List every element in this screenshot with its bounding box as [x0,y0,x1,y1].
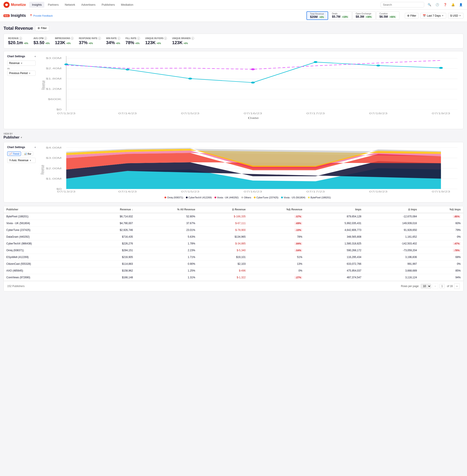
feedback-link[interactable]: Provide Feedback [33,14,53,17]
main-content: Total Revenue ⚙ Filter REVENUE i $20.1m+… [0,22,467,295]
col-pct-delta-imps[interactable]: %Δ Imps [420,206,463,213]
info-icon-fill-rate[interactable]: i [137,37,140,40]
cell-delta-revenue: $2,103 [198,261,248,267]
col-pct-delta-revenue[interactable]: %Δ Revenue [248,206,305,213]
legend-item-cybertechx: CyberTechX (412269) [186,196,212,199]
help-icon[interactable]: ❓ [442,2,448,7]
table-footer: 152 Publishers Rows per page: 10 25 50 ‹… [4,281,463,291]
col-revenue[interactable]: Revenue ↓ [86,206,136,213]
legend-square-bytepixel [308,197,310,198]
cell-revenue: $216,905 [86,254,136,261]
summary-card-total-revenue[interactable]: Total Revenue $20M+6% [306,11,328,20]
app-logo[interactable]: Monetize [3,2,26,8]
bell-icon[interactable]: 🔔 [450,2,456,7]
nav-tab-mediation[interactable]: Mediation [118,2,136,8]
col-imps[interactable]: Imps [305,206,364,213]
nav-tab-partners[interactable]: Partners [45,2,61,8]
next-page-button[interactable]: › [454,283,460,289]
svg-text:$0: $0 [56,188,62,191]
rows-per-page-select[interactable]: 10 25 50 [421,284,431,289]
svg-text:07/19/23: 07/19/23 [432,191,450,193]
filter-button[interactable]: ⚙ Filter [405,13,419,19]
chart2-container: Chart Settings ‹ 📈 Trend 📊 Bar Y-Axis: R… [3,142,464,203]
svg-point-16 [126,69,129,71]
info-icon-impressions[interactable]: i [71,37,74,40]
col-delta-revenue[interactable]: Δ Revenue [198,206,248,213]
metric-value-avg-cpm: $3.50+6% [33,40,50,45]
cell-pct-revenue: 1.31% [135,274,198,281]
section-filter-button[interactable]: ⚙ Filter [35,25,49,31]
info-icon-unique-buyers[interactable]: i [164,37,167,40]
user-icon[interactable]: 👤 [458,2,464,7]
period-button[interactable]: 📅 Last 7 Days ▼ [420,13,446,19]
summary-card-deals[interactable]: Deals $5.7M+18% [328,11,352,20]
metric-value-win-rate: 34%+6% [106,40,120,45]
chart1-compare-dropdown[interactable]: Previous Period ▼ [7,71,36,76]
nav-tab-insights[interactable]: Insights [29,2,44,8]
info-icon-avg-cpm[interactable]: i [44,37,47,40]
summary-card-curation[interactable]: Curation $6.5M+66% [376,11,400,20]
nav-tab-network[interactable]: Network [62,2,78,8]
info-icon-win-rate[interactable]: i [117,37,120,40]
svg-text:$1.80M: $1.80M [46,77,62,80]
cell-delta-imps: -12,670,084 [364,213,419,220]
cell-publisher: Omiq (938371) [4,247,86,254]
chart1-area: $3.00M $2.40M $1.80M $1.20M $600K $0 Rev… [36,55,460,125]
table-row: AXO (485645) $158,962 1.25% $-496 0% 475… [4,267,463,274]
chart1-settings-title: Chart Settings ‹ [7,55,36,58]
cell-pct-revenue: 5.63% [135,233,198,240]
cell-publisher: DataGram (440292) [4,233,86,240]
current-page: 1 [440,284,445,288]
clock-icon[interactable]: 🕐 [435,2,440,7]
svg-text:$2.00M: $2.00M [46,167,62,170]
rows-per-page-control: Rows per page: 10 25 50 ‹ 1 of 16 › [401,283,460,289]
logo-icon [3,2,10,8]
cell-pct-revenue: 37.67% [135,220,198,227]
cell-delta-revenue: $-496 [198,267,248,274]
location-icon: 📍 [29,14,33,17]
view-by-dropdown[interactable]: Publisher ▼ [3,135,464,139]
cell-revenue: $166,148 [86,274,136,281]
cell-imps: 5,992,035,431 [305,220,364,227]
cell-delta-imps: 149,939,016 [364,220,419,227]
card-label-revenue: Total Revenue [310,13,324,15]
rows-per-page-label: Rows per page: [401,285,419,288]
search-icon[interactable]: 🔍 [427,2,432,7]
chart2-yaxis-dropdown[interactable]: Y-Axis: Revenue ▼ [7,158,36,163]
view-by-section: VIEW BY Publisher ▼ [3,133,464,139]
cell-delta-imps: 991,997 [364,261,419,267]
of-pages: of 16 [447,285,453,288]
page-title: Insights [11,13,26,18]
cell-revenue: $6,714,632 [86,213,136,220]
col-publisher[interactable]: Publisher [4,206,86,213]
col-pct-revenue[interactable]: % All Revenue [135,206,198,213]
bar-button[interactable]: 📊 Bar [22,151,33,156]
trend-button[interactable]: 📈 Trend [7,151,21,156]
cell-publisher: ESysMelt (412269) [4,254,86,261]
card-label-deals: Deals [332,13,349,15]
cell-imps: 487,374,547 [305,274,364,281]
chart-type-buttons: 📈 Trend 📊 Bar [7,151,36,156]
cell-pct-delta-revenue: -54% [248,247,305,254]
currency-button[interactable]: $ USD ▼ [448,13,464,19]
nav-tab-publishers[interactable]: Publishers [99,2,117,8]
summary-card-open-exchange[interactable]: Open Exchange $8.3M+38% [352,11,376,20]
card-label-curation: Curation [379,13,396,15]
search-input[interactable] [380,2,424,7]
info-icon-revenue[interactable]: i [19,37,22,40]
nav-tab-advertisers[interactable]: Advertisers [79,2,98,8]
info-icon-unique-brands[interactable]: i [191,37,194,40]
col-delta-imps[interactable]: Δ Imps [364,206,419,213]
svg-text:Revenue: Revenue [41,80,46,90]
cell-pct-revenue: 2.23% [135,247,198,254]
cell-publisher: CyberTechX (986438) [4,240,86,247]
table-row: CitizenCast (555328) $114,883 0.90% $2,1… [4,261,463,267]
cell-pct-delta-imps: -85% [420,213,463,220]
chart1-metric-dropdown[interactable]: Revenue ▼ [7,61,36,66]
info-icon-response-rate[interactable]: i [98,37,101,40]
metric-value-revenue: $20.1m+6% [8,40,28,45]
chart2-legend: Omiq (938371) CyberTechX (412269) Voxia … [36,196,460,199]
svg-point-21 [439,67,443,69]
prev-page-button[interactable]: ‹ [432,283,438,289]
cell-pct-revenue: 0.90% [135,261,198,267]
